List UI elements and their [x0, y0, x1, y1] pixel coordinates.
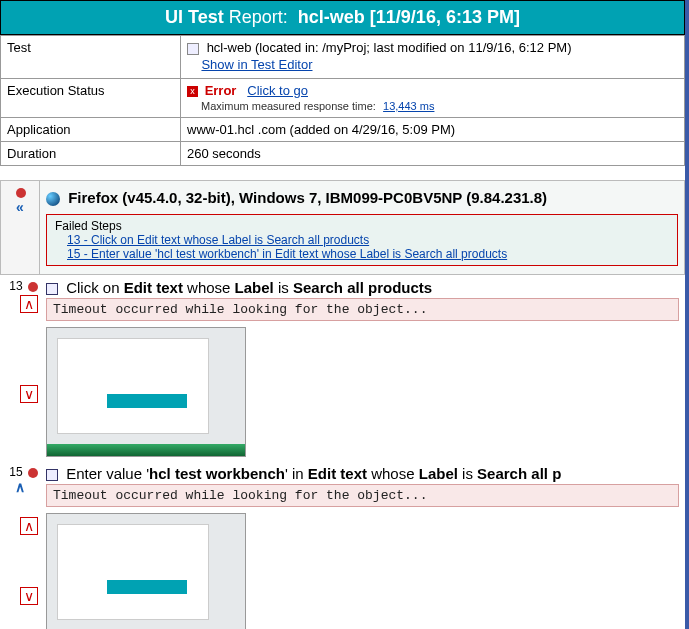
header-prefix: UI Test [165, 7, 224, 27]
step-15-gutter: 15 ∧ ∧ ∨ [0, 461, 40, 629]
t: Edit text [124, 279, 183, 296]
collapse-all-icon[interactable]: « [3, 199, 37, 215]
step-item-icon [46, 469, 58, 481]
environment-title: Firefox (v45.4.0, 32-bit), Windows 7, IB… [46, 185, 678, 210]
env-gutter: « [0, 180, 40, 275]
step-13-timeout-message: Timeout occurred while looking for the o… [46, 298, 679, 321]
show-in-test-editor-link[interactable]: Show in Test Editor [201, 57, 312, 72]
step-13-screenshot-thumb[interactable] [46, 327, 246, 457]
row-app-label: Application [1, 117, 181, 141]
step-15-collapse-icon[interactable]: ∧ [2, 479, 38, 495]
step-pin-icon [28, 282, 38, 292]
info-table: Test hcl-web (located in: /myProj; last … [0, 35, 685, 166]
t: Search all p [477, 465, 561, 482]
t: Label [419, 465, 458, 482]
environment-section: « Firefox (v45.4.0, 32-bit), Windows 7, … [0, 180, 685, 275]
step-15-num-text: 15 [9, 465, 22, 479]
t: Search all products [293, 279, 432, 296]
step-15-title: Enter value 'hcl test workbench' in Edit… [46, 465, 679, 482]
browser-icon [46, 192, 60, 206]
row-exec-label: Execution Status [1, 78, 181, 117]
row-test-value: hcl-web (located in: /myProj; last modif… [181, 36, 685, 79]
test-main-text: hcl-web (located in: /myProj; last modif… [207, 40, 572, 55]
error-word: Error [205, 83, 237, 98]
row-app-value: www-01.hcl .com (added on 4/29/16, 5:09 … [181, 117, 685, 141]
max-response-link[interactable]: 13,443 ms [383, 100, 434, 112]
environment-title-text: Firefox (v45.4.0, 32-bit), Windows 7, IB… [68, 189, 547, 206]
step-15-screenshot-thumb[interactable] [46, 513, 246, 629]
t: is [274, 279, 293, 296]
row-dur-value: 260 seconds [181, 141, 685, 165]
step-15-number: 15 [2, 465, 38, 479]
row-test-label: Test [1, 36, 181, 79]
step-15-timeout-message: Timeout occurred while looking for the o… [46, 484, 679, 507]
t: whose [367, 465, 419, 482]
report-header: UI Test Report: hcl-web [11/9/16, 6:13 P… [0, 0, 685, 35]
step-15-up-icon[interactable]: ∧ [20, 517, 38, 535]
t: Edit text [308, 465, 367, 482]
click-to-go-link[interactable]: Click to go [247, 83, 308, 98]
step-13-number: 13 [2, 279, 38, 293]
t: Label [235, 279, 274, 296]
row-exec-value: x Error Click to go Maximum measured res… [181, 78, 685, 117]
pin-icon [16, 188, 26, 198]
t: Click on [66, 279, 124, 296]
step-13-up-icon[interactable]: ∧ [20, 295, 38, 313]
step-13-gutter: 13 ∧ ∨ [0, 275, 40, 461]
failed-step-link-15[interactable]: 15 - Enter value 'hcl test workbench' in… [67, 247, 507, 261]
t: ' in [285, 465, 308, 482]
test-file-icon [187, 43, 199, 55]
row-dur-label: Duration [1, 141, 181, 165]
step-13-num-text: 13 [9, 279, 22, 293]
step-item-icon [46, 283, 58, 295]
max-response-label: Maximum measured response time: [201, 100, 376, 112]
t: hcl test workbench [149, 465, 285, 482]
header-test-name: hcl-web [11/9/16, 6:13 PM] [298, 7, 520, 27]
error-icon: x [187, 86, 198, 97]
failed-step-link-13[interactable]: 13 - Click on Edit text whose Label is S… [67, 233, 369, 247]
header-report-word: Report: [229, 7, 288, 27]
step-15: 15 ∧ ∧ ∨ Enter value 'hcl test workbench… [0, 461, 685, 629]
t: Enter value ' [66, 465, 149, 482]
failed-steps-box: Failed Steps 13 - Click on Edit text who… [46, 214, 678, 266]
t: whose [183, 279, 235, 296]
step-13-down-icon[interactable]: ∨ [20, 385, 38, 403]
step-15-down-icon[interactable]: ∨ [20, 587, 38, 605]
step-13-title: Click on Edit text whose Label is Search… [46, 279, 679, 296]
failed-steps-title: Failed Steps [55, 219, 669, 233]
step-13: 13 ∧ ∨ Click on Edit text whose Label is… [0, 275, 685, 461]
step-pin-icon [28, 468, 38, 478]
t: is [458, 465, 477, 482]
